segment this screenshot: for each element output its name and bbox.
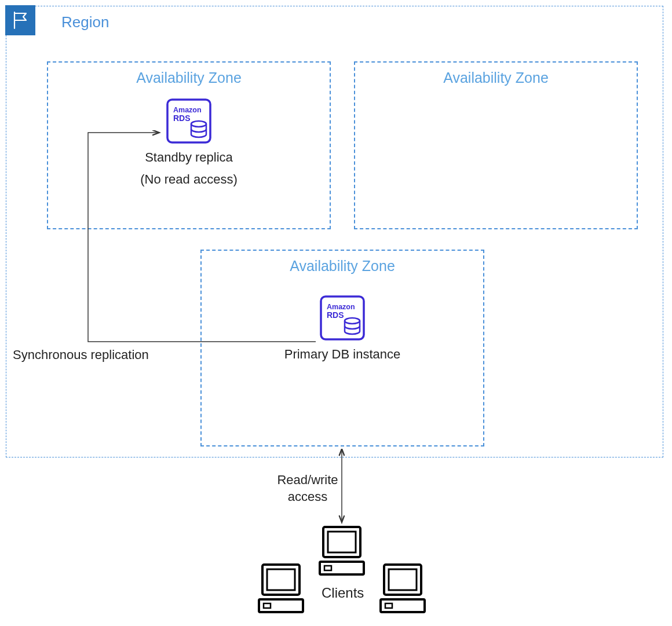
rds-icon: Amazon RDS [166, 98, 212, 144]
standby-caption-line1: Standby replica [48, 149, 330, 166]
svg-rect-10 [328, 532, 356, 552]
svg-text:RDS: RDS [173, 114, 191, 123]
primary-caption: Primary DB instance [202, 346, 483, 363]
svg-text:Amazon: Amazon [327, 303, 355, 311]
svg-text:Amazon: Amazon [173, 106, 202, 114]
svg-rect-18 [389, 569, 417, 590]
region-label: Region [61, 13, 109, 31]
svg-rect-15 [259, 599, 303, 612]
svg-point-7 [345, 318, 360, 324]
svg-point-3 [191, 121, 206, 127]
rds-icon: Amazon RDS [319, 295, 366, 341]
az-label: Availability Zone [202, 251, 483, 274]
svg-rect-11 [320, 562, 364, 574]
client-computer-icon [374, 562, 432, 617]
client-computer-icon [313, 524, 371, 579]
replication-label: Synchronous replication [13, 347, 149, 363]
clients-label: Clients [322, 585, 364, 601]
standby-caption-line2: (No read access) [48, 171, 330, 188]
readwrite-label: Read/write access [267, 472, 348, 505]
region-container: Region Availability Zone Amazon RDS Stan… [6, 6, 663, 457]
svg-rect-16 [264, 603, 271, 608]
availability-zone-primary: Availability Zone Amazon RDS Primary DB … [200, 250, 484, 446]
svg-rect-14 [267, 569, 295, 590]
availability-zone-empty: Availability Zone [354, 61, 638, 229]
svg-text:RDS: RDS [327, 310, 344, 320]
svg-rect-12 [324, 566, 331, 570]
svg-rect-20 [385, 603, 392, 608]
az-label: Availability Zone [355, 63, 637, 86]
client-computer-icon [252, 562, 310, 617]
availability-zone-standby: Availability Zone Amazon RDS Standby rep… [47, 61, 331, 229]
region-flag-icon [5, 5, 35, 35]
az-label: Availability Zone [48, 63, 330, 86]
svg-rect-19 [381, 599, 425, 612]
